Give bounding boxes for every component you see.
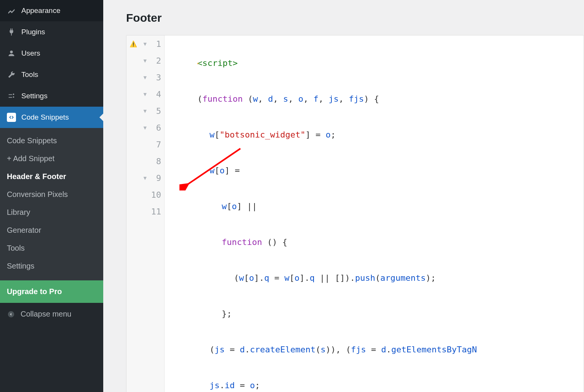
sidebar-item-label: Appearance <box>21 6 60 15</box>
appearance-icon <box>7 6 16 15</box>
code-snippets-icon <box>7 113 16 122</box>
code-line: w[o] || <box>176 198 584 214</box>
submenu-generator[interactable]: Generator <box>0 221 103 239</box>
warning-icon: ⚠️ <box>130 40 137 48</box>
code-line: (w[o].q = w[o].q || []).push(arguments); <box>176 269 584 286</box>
main-content: Footer ⚠️▼1 ▼2 ▼3 ▼4 ▼5 ▼6 7 8 ▼9 10 11 <box>103 0 584 392</box>
code-line: w[o] = <box>176 162 584 179</box>
line-number: 9 <box>150 173 161 183</box>
submenu-header-footer[interactable]: Header & Footer <box>0 168 103 186</box>
sidebar-item-label: Users <box>21 49 40 58</box>
sidebar-item-settings[interactable]: Settings <box>0 85 103 107</box>
collapse-icon <box>7 310 15 318</box>
code-line: (js = d.createElement(s)), (fjs = d.getE… <box>176 341 584 358</box>
sidebar-item-label: Code Snippets <box>21 113 69 122</box>
users-icon <box>7 49 16 58</box>
sidebar-item-label: Plugins <box>21 28 45 36</box>
footer-section-title: Footer <box>126 11 584 24</box>
line-number: 6 <box>150 123 161 133</box>
code-line: (function (w, d, s, o, f, js, fjs) { <box>176 90 584 107</box>
sidebar-item-label: Tools <box>21 70 38 79</box>
submenu-conversion-pixels[interactable]: Conversion Pixels <box>0 186 103 203</box>
submenu-add-snippet[interactable]: + Add Snippet <box>0 150 103 168</box>
fold-icon[interactable]: ▼ <box>144 58 147 64</box>
code-line: }; <box>176 305 584 322</box>
line-number: 4 <box>150 90 161 99</box>
editor-gutter: ⚠️▼1 ▼2 ▼3 ▼4 ▼5 ▼6 7 8 ▼9 10 11 <box>126 35 165 392</box>
sidebar-item-label: Settings <box>21 92 48 100</box>
sidebar-item-users[interactable]: Users <box>0 43 103 64</box>
sidebar-item-plugins[interactable]: Plugins <box>0 21 103 43</box>
submenu-settings[interactable]: Settings <box>0 257 103 275</box>
fold-icon[interactable]: ▼ <box>144 91 147 97</box>
line-number: 5 <box>150 106 161 116</box>
line-number: 3 <box>150 73 161 82</box>
line-number: 2 <box>150 56 161 66</box>
fold-icon[interactable]: ▼ <box>144 125 147 131</box>
code-line: js.id = o; <box>176 377 584 392</box>
plugins-icon <box>7 27 16 37</box>
sidebar-item-code-snippets[interactable]: Code Snippets <box>0 107 103 128</box>
submenu-tools[interactable]: Tools <box>0 239 103 257</box>
line-number: 11 <box>150 207 161 216</box>
collapse-menu-label: Collapse menu <box>21 310 71 318</box>
code-snippets-submenu: Code Snippets + Add Snippet Header & Foo… <box>0 128 103 280</box>
line-number: 1 <box>150 39 161 49</box>
code-line: w["botsonic_widget"] = o; <box>176 126 584 143</box>
line-number: 8 <box>150 157 161 166</box>
fold-icon[interactable]: ▼ <box>144 108 147 114</box>
editor-code-area[interactable]: <script> (function (w, d, s, o, f, js, f… <box>165 35 584 392</box>
sidebar-item-appearance[interactable]: Appearance <box>0 0 103 21</box>
admin-sidebar: Appearance Plugins Users Tools Settings <box>0 0 103 392</box>
line-number: 10 <box>150 190 161 200</box>
submenu-code-snippets[interactable]: Code Snippets <box>0 132 103 150</box>
submenu-library[interactable]: Library <box>0 203 103 221</box>
upgrade-to-pro-button[interactable]: Upgrade to Pro <box>0 280 103 303</box>
footer-code-editor[interactable]: ⚠️▼1 ▼2 ▼3 ▼4 ▼5 ▼6 7 8 ▼9 10 11 <script… <box>126 35 584 392</box>
sidebar-item-tools[interactable]: Tools <box>0 64 103 85</box>
collapse-menu-button[interactable]: Collapse menu <box>0 303 103 325</box>
tools-icon <box>7 70 16 79</box>
settings-icon <box>7 91 16 101</box>
line-number: 7 <box>150 140 161 149</box>
code-line: function () { <box>176 234 584 250</box>
fold-icon[interactable]: ▼ <box>144 175 147 181</box>
code-line: <script> <box>176 54 584 71</box>
fold-icon[interactable]: ▼ <box>144 41 147 47</box>
fold-icon[interactable]: ▼ <box>144 74 147 80</box>
